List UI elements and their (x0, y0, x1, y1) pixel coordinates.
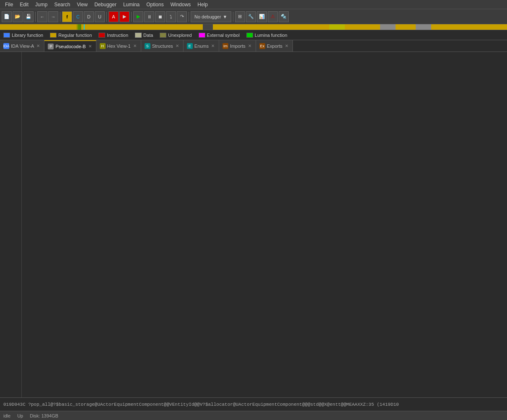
legend-label-external: External symbol (207, 33, 240, 38)
status-bar: 019D043C ?pop_all@?$basic_storage@UActor… (0, 397, 507, 411)
tab-close-exports[interactable]: ✕ (284, 44, 289, 48)
debug-run[interactable]: ▶ (133, 11, 143, 22)
direction-label: Up (17, 413, 23, 418)
debugger-dropdown-icon[interactable]: ▼ (223, 14, 228, 19)
view-btn-4[interactable]: ⚠ (268, 11, 278, 22)
debugger-label: No debugger (194, 14, 221, 19)
tab-structures[interactable]: S Structures ✕ (141, 40, 184, 52)
menu-windows[interactable]: Windows (167, 1, 194, 8)
legend-label-unexplored: Unexplored (168, 33, 191, 38)
menu-bar: File Edit Jump Search View Debugger Lumi… (0, 0, 507, 9)
debugger-selector[interactable]: No debugger ▼ (191, 11, 231, 22)
legend-label-lumina: Lumina function (255, 33, 287, 38)
legend-lumina: Lumina function (246, 33, 287, 38)
tab-icon-hex: H (100, 43, 106, 49)
menu-file[interactable]: File (2, 1, 16, 8)
data-button[interactable]: D (84, 11, 94, 22)
tab-label-enums: Enums (194, 44, 209, 49)
separator-2 (60, 12, 60, 22)
tab-enums[interactable]: E Enums ✕ (184, 40, 219, 52)
menu-edit[interactable]: Edit (16, 1, 32, 8)
separator-6 (233, 12, 233, 22)
tab-close-struct[interactable]: ✕ (175, 44, 180, 48)
legend-color-data (135, 33, 142, 38)
open-button[interactable]: 📂 (13, 11, 23, 22)
code-area (0, 52, 507, 397)
debug-step-into[interactable]: ⤵ (166, 11, 176, 22)
legend-color-regular (50, 33, 57, 38)
legend-regular: Regular function (50, 33, 92, 38)
tab-label-imports: Imports (230, 44, 246, 49)
tab-icon-exports: Ex (259, 43, 265, 49)
nav-bar[interactable] (0, 24, 507, 30)
status-text: 019D043C ?pop_all@?$basic_storage@UActor… (3, 402, 399, 407)
disk-label: Disk: 1394GB (30, 413, 58, 418)
tab-pseudocode-b[interactable]: P Pseudocode-B ✕ (44, 40, 96, 52)
tab-hex-view-1[interactable]: H Hex View-1 ✕ (96, 40, 141, 52)
legend-label-data: Data (143, 33, 153, 38)
back-button[interactable]: ← (37, 11, 47, 22)
code-content[interactable] (22, 52, 507, 397)
legend-label-instruction: Instruction (107, 33, 128, 38)
tab-icon-struct: S (145, 43, 150, 49)
separator-3 (106, 12, 107, 22)
tab-close-imports[interactable]: ✕ (247, 44, 252, 48)
tab-close-hex[interactable]: ✕ (132, 44, 137, 48)
menu-debugger[interactable]: Debugger (91, 1, 120, 8)
tab-icon-imports: Im (222, 43, 228, 49)
menu-jump[interactable]: Jump (32, 1, 51, 8)
legend-label-regular: Regular function (58, 33, 92, 38)
menu-view[interactable]: View (73, 1, 91, 8)
nav-cursor (84, 24, 85, 30)
line-numbers (7, 52, 22, 397)
debug-pause[interactable]: ⏸ (144, 11, 154, 22)
separator-4 (131, 12, 132, 22)
menu-search[interactable]: Search (51, 1, 73, 8)
status-address: 019D043C (3, 402, 26, 407)
tab-label-hex: Hex View-1 (107, 44, 131, 49)
search-next[interactable]: ▶ (119, 11, 129, 22)
legend-color-library (3, 33, 10, 38)
legend-data: Data (135, 33, 153, 38)
legend-label-library: Library function (12, 33, 43, 38)
bottom-bar: idle Up Disk: 1394GB (0, 411, 507, 420)
save-button[interactable]: 💾 (23, 11, 34, 22)
tab-ida-view-a[interactable]: IDA IDA View-A ✕ (0, 40, 44, 52)
tab-icon-ida: IDA (3, 43, 9, 49)
state-label: idle (3, 413, 10, 418)
new-button[interactable]: 📄 (2, 11, 12, 22)
tab-close-ida[interactable]: ✕ (36, 44, 41, 48)
menu-lumina[interactable]: Lumina (120, 1, 143, 8)
menu-options[interactable]: Options (143, 1, 167, 8)
toolbar: 📄 📂 💾 ← → f C D U A ▶ ▶ ⏸ ⏹ ⤵ ↷ No debug… (0, 9, 507, 24)
legend-library: Library function (3, 33, 43, 38)
tab-close-enums[interactable]: ✕ (210, 44, 215, 48)
view-btn-3[interactable]: 📊 (257, 11, 267, 22)
view-btn-5[interactable]: 🔩 (279, 11, 289, 22)
status-symbol: ?pop_all@?$basic_storage@UActorEquipment… (28, 402, 399, 407)
legend-color-instruction (98, 33, 105, 38)
tab-icon-enums: E (187, 43, 193, 49)
debug-stop[interactable]: ⏹ (155, 11, 165, 22)
view-btn-2[interactable]: 🔧 (246, 11, 256, 22)
tab-label-ida: IDA View-A (11, 44, 34, 49)
menu-help[interactable]: Help (194, 1, 211, 8)
tab-close-pseudo[interactable]: ✕ (88, 44, 93, 49)
legend-external: External symbol (199, 33, 240, 38)
code-button[interactable]: C (73, 11, 83, 22)
forward-button[interactable]: → (48, 11, 58, 22)
tab-icon-pseudo: P (48, 44, 54, 49)
tab-label-pseudo: Pseudocode-B (55, 44, 85, 49)
tab-exports[interactable]: Ex Exports ✕ (256, 40, 293, 52)
debug-step-over[interactable]: ↷ (177, 11, 187, 22)
tab-label-exports: Exports (267, 44, 282, 49)
legend-instruction: Instruction (98, 33, 128, 38)
tab-imports[interactable]: Im Imports ✕ (219, 40, 256, 52)
view-btn-1[interactable]: ⊞ (235, 11, 245, 22)
legend-unexplored: Unexplored (160, 33, 191, 38)
breakpoint-area (0, 52, 7, 397)
create-function[interactable]: f (62, 11, 72, 22)
search-button[interactable]: A (109, 11, 119, 22)
undefined-button[interactable]: U (95, 11, 105, 22)
separator-5 (189, 12, 189, 22)
